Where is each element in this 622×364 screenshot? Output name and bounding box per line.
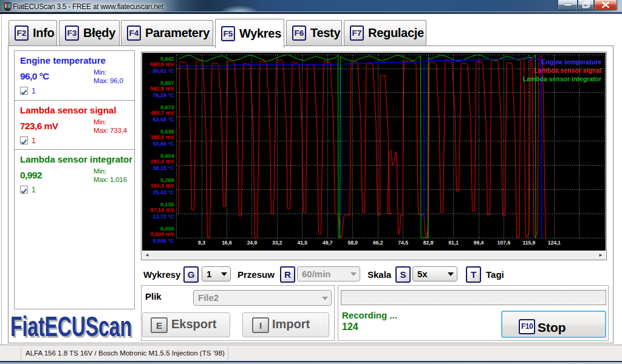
svg-text:291,4 mV: 291,4 mV	[150, 158, 174, 164]
svg-text:99,4: 99,4	[474, 240, 484, 246]
svg-text:485,7 mV: 485,7 mV	[150, 110, 174, 116]
svg-text:8,3: 8,3	[198, 240, 205, 246]
svg-text:82,8: 82,8	[423, 240, 434, 246]
svg-text:107,6: 107,6	[497, 240, 511, 246]
svg-text:388,6 mV: 388,6 mV	[150, 134, 174, 140]
svg-text:25,43 °C: 25,43 °C	[152, 189, 174, 195]
svg-text:24,9: 24,9	[247, 240, 258, 246]
svg-text:89,01 °C: 89,01 °C	[152, 68, 174, 74]
svg-text:124,1: 124,1	[548, 240, 561, 246]
svg-text:38,15 °C: 38,15 °C	[152, 165, 174, 171]
svg-text:41,5: 41,5	[298, 240, 308, 246]
svg-text:115,9: 115,9	[522, 240, 535, 246]
svg-text:582,8 mV: 582,8 mV	[150, 86, 174, 92]
svg-text:12,72 °C: 12,72 °C	[152, 214, 174, 220]
svg-text:Lambda sensor integrator: Lambda sensor integrator	[522, 75, 601, 83]
svg-text:91,1: 91,1	[448, 240, 459, 246]
svg-text:58,0: 58,0	[347, 240, 358, 246]
svg-text:FiatECUScan: FiatECUScan	[10, 311, 132, 342]
svg-text:50,86 °C: 50,86 °C	[152, 141, 174, 147]
svg-text:49,7: 49,7	[323, 240, 333, 246]
svg-text:680,0 mV: 680,0 mV	[150, 61, 174, 67]
svg-text:74,5: 74,5	[398, 240, 408, 246]
svg-text:16,6: 16,6	[222, 240, 232, 246]
svg-text:0,000 °C: 0,000 °C	[152, 238, 174, 244]
svg-text:Lambda sensor signal: Lambda sensor signal	[534, 67, 601, 74]
svg-text:63,58 °C: 63,58 °C	[152, 116, 174, 123]
svg-text:Engine temperature: Engine temperature	[541, 58, 601, 66]
svg-text:0,000 mV: 0,000 mV	[150, 231, 174, 237]
svg-text:97,14 mV: 97,14 mV	[150, 207, 174, 213]
svg-text:76,29 °C: 76,29 °C	[152, 92, 174, 98]
svg-text:33,2: 33,2	[272, 240, 282, 246]
svg-text:194,3 mV: 194,3 mV	[150, 183, 174, 189]
svg-text:66,2: 66,2	[373, 240, 383, 246]
